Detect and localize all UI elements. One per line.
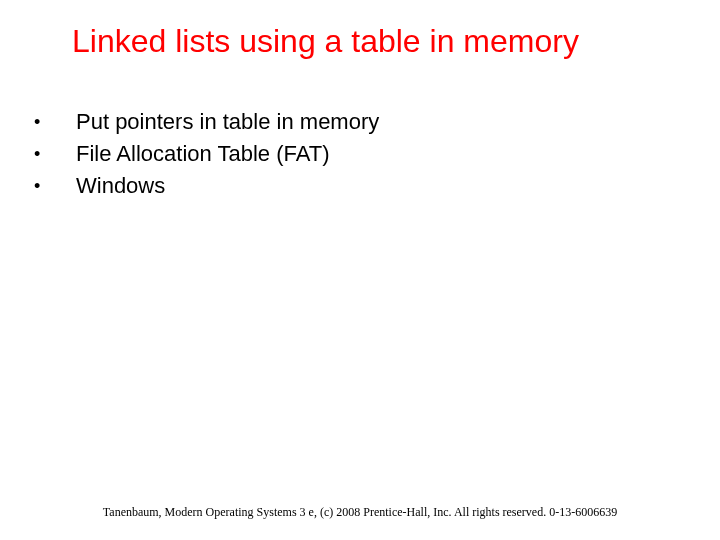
bullet-text: Windows xyxy=(76,172,165,200)
bullet-icon: • xyxy=(30,172,76,200)
bullet-text: File Allocation Table (FAT) xyxy=(76,140,330,168)
slide-title: Linked lists using a table in memory xyxy=(72,22,690,60)
list-item: • File Allocation Table (FAT) xyxy=(30,140,690,168)
list-item: • Windows xyxy=(30,172,690,200)
list-item: • Put pointers in table in memory xyxy=(30,108,690,136)
bullet-icon: • xyxy=(30,108,76,136)
bullet-text: Put pointers in table in memory xyxy=(76,108,379,136)
slide: Linked lists using a table in memory • P… xyxy=(0,0,720,540)
bullet-icon: • xyxy=(30,140,76,168)
footer-citation: Tanenbaum, Modern Operating Systems 3 e,… xyxy=(0,505,720,520)
bullet-list: • Put pointers in table in memory • File… xyxy=(30,108,690,204)
